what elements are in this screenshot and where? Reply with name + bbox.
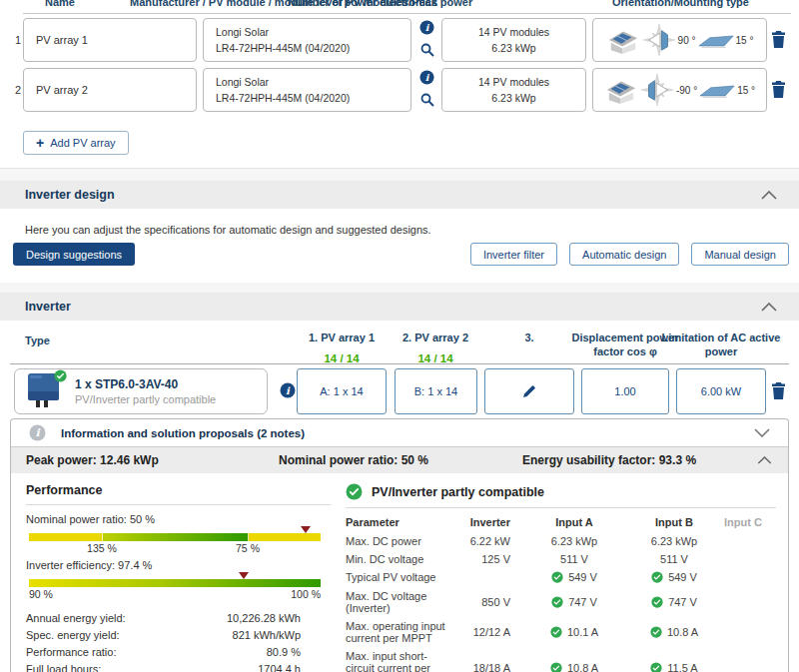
param-name: Max. operating input current per MPPT xyxy=(346,617,446,647)
inverter-value: 125 V xyxy=(446,550,524,568)
design-suggestions-button[interactable]: Design suggestions xyxy=(13,243,135,266)
inverter-design-description: Here you can adjust the specifications f… xyxy=(25,224,431,236)
inverter-design-section: Inverter design Here you can adjust the … xyxy=(0,181,799,283)
compat-header-parameter: Parameter xyxy=(346,513,446,531)
compatibility-panel: PV/Inverter partly compatible Parameter … xyxy=(346,483,776,672)
add-pv-array-button[interactable]: + Add PV array xyxy=(23,131,129,155)
expand-info-button[interactable] xyxy=(754,428,770,437)
pv-module-select[interactable]: Longi Solar LR4-72HPH-445M (04/2020) xyxy=(203,18,411,62)
stat-value: 821 kWh/kWp xyxy=(201,629,301,641)
trash-icon xyxy=(771,81,786,98)
column-header-name: Name xyxy=(45,0,75,8)
info-icon: i xyxy=(29,424,46,441)
automatic-design-button[interactable]: Automatic design xyxy=(569,243,679,266)
check-circle-icon xyxy=(550,662,562,672)
module-count: 14 PV modules xyxy=(442,24,585,40)
inverter-section: Inverter Type 1. PV array 1 14 / 14 2. P… xyxy=(0,293,799,672)
orientation-field[interactable]: 90 ° 15 ° xyxy=(592,18,767,62)
pv-array-name-input[interactable] xyxy=(24,84,198,96)
check-circle-icon xyxy=(550,626,562,638)
performance-panel: Performance Nominal power ratio: 50 % 13… xyxy=(26,483,331,672)
input-a-config-box[interactable]: A: 1 x 14 xyxy=(297,368,387,414)
chevron-up-icon xyxy=(757,456,772,464)
input-b-value: 747 V xyxy=(624,587,724,617)
manual-design-button[interactable]: Manual design xyxy=(691,243,789,266)
peak-power: 6.23 kWp xyxy=(442,90,585,106)
nominal-power-ratio-gauge xyxy=(29,526,321,542)
pv-module-select[interactable]: Longi Solar LR4-72HPH-445M (04/2020) xyxy=(203,68,411,112)
module-search-button[interactable] xyxy=(420,43,434,60)
stat-value: 1704.4 h xyxy=(201,663,301,672)
inverter-efficiency-gauge xyxy=(29,572,321,588)
pv-array-name-field[interactable] xyxy=(23,68,197,112)
param-name: Max. input short-circuit current per MPP… xyxy=(346,647,446,672)
nominal-power-ratio-label: Nominal power ratio: 50 % xyxy=(26,513,331,525)
check-circle-icon xyxy=(651,571,663,583)
inverter-image xyxy=(23,370,65,412)
gauge-marker xyxy=(239,572,249,579)
cos-phi-field[interactable]: 1.00 xyxy=(581,368,669,414)
plus-icon: + xyxy=(36,136,44,150)
input-c-edit-box[interactable] xyxy=(484,368,574,414)
inverter-value xyxy=(446,568,524,586)
inverter-type-box[interactable]: 1 x STP6.0-3AV-40 PV/Inverter partly com… xyxy=(14,368,268,414)
module-model: LR4-72HPH-445M (04/2020) xyxy=(216,90,410,106)
performance-title: Performance xyxy=(26,483,331,505)
inverter-info-button[interactable]: i xyxy=(280,382,296,401)
collapse-section-button[interactable] xyxy=(761,303,777,312)
tilt-value: 15 ° xyxy=(737,85,755,96)
compat-header-input-a: Input A xyxy=(524,513,624,531)
magnifier-icon xyxy=(420,93,434,107)
module-info-button[interactable]: i xyxy=(419,20,434,38)
compat-header-input-b: Input B xyxy=(624,513,724,531)
gauge-tick: 135 % xyxy=(87,542,117,554)
ac-power-column-header: Limitation of AC active power xyxy=(661,332,781,359)
module-count-field[interactable]: 14 PV modules 6.23 kWp xyxy=(441,68,586,112)
pv-array-name-input[interactable] xyxy=(24,34,198,46)
module-search-button[interactable] xyxy=(420,93,434,110)
check-circle-icon xyxy=(650,626,662,638)
inverter-filter-button[interactable]: Inverter filter xyxy=(470,243,557,266)
ac-power-limit-field[interactable]: 6.00 kW xyxy=(676,368,766,414)
gauge-tick: 75 % xyxy=(236,542,260,554)
delete-pv-array-button[interactable] xyxy=(771,81,786,101)
compatibility-table: Parameter Inverter Input A Input B Input… xyxy=(346,513,776,672)
check-circle-icon xyxy=(551,571,563,583)
house-icon xyxy=(604,75,638,105)
orientation-field[interactable]: -90 ° 15 ° xyxy=(592,68,767,112)
azimuth-value: -90 ° xyxy=(676,85,697,96)
peak-power-summary: Peak power: 12.46 kWp xyxy=(26,447,159,473)
delete-pv-array-button[interactable] xyxy=(771,31,786,51)
collapse-results-button[interactable] xyxy=(757,456,772,464)
param-name: Min. DC voltage xyxy=(346,550,446,568)
input-b-config-box[interactable]: B: 1 x 14 xyxy=(395,368,477,414)
azimuth-icon xyxy=(640,73,674,107)
inverter-efficiency-label: Inverter efficiency: 97.4 % xyxy=(26,559,331,571)
pv-array-name-field[interactable] xyxy=(23,18,197,62)
compatibility-title: PV/Inverter partly compatible xyxy=(372,485,544,499)
house-icon xyxy=(606,25,640,55)
inverter-model-name: 1 x STP6.0-3AV-40 xyxy=(75,377,216,391)
module-info-button[interactable]: i xyxy=(419,70,434,88)
module-count-field[interactable]: 14 PV modules 6.23 kWp xyxy=(441,18,586,62)
inverter-compatibility-status: PV/Inverter partly compatible xyxy=(75,393,216,405)
info-icon: i xyxy=(419,20,434,35)
input-b-value: 6.23 kWp xyxy=(624,531,724,549)
information-proposals-bar[interactable]: i Information and solution proposals (2 … xyxy=(11,419,788,447)
inverter-value: 6.22 kW xyxy=(446,531,524,549)
azimuth-value: 90 ° xyxy=(678,35,696,46)
param-name: Max. DC power xyxy=(346,531,446,549)
tilt-icon xyxy=(699,82,735,99)
input-b-value: 10.8 A xyxy=(624,617,724,647)
input-a-value: 6.23 kWp xyxy=(524,531,624,549)
delete-inverter-button[interactable] xyxy=(771,382,786,402)
input-a-value: 10.8 A xyxy=(524,647,624,672)
check-circle-icon xyxy=(650,662,662,672)
chevron-up-icon xyxy=(761,303,777,312)
header-divider xyxy=(10,363,789,364)
pv-array-table-section: Name Manufacturer / PV module / module l… xyxy=(0,0,799,169)
input-a-value: 549 V xyxy=(524,568,624,586)
inverter-design-title: Inverter design xyxy=(25,188,115,202)
gauge-tick: 90 % xyxy=(29,588,53,600)
collapse-section-button[interactable] xyxy=(761,191,777,200)
